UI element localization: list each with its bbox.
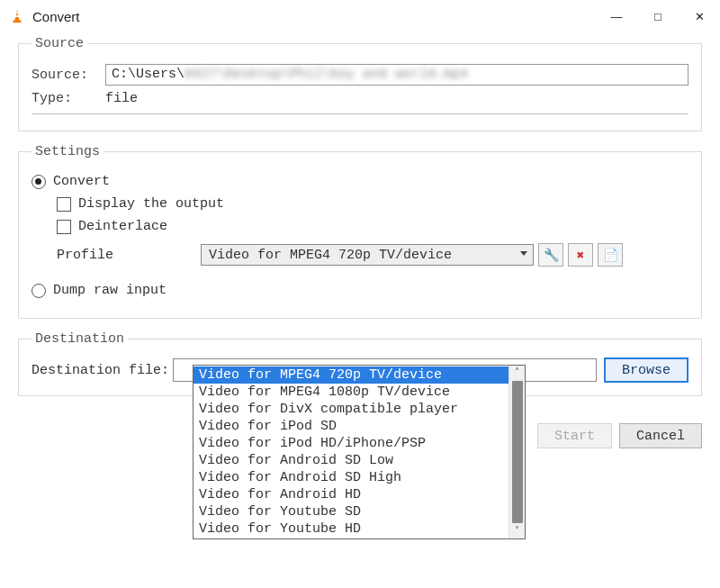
chevron-down-icon: [520, 251, 527, 256]
minimize-button[interactable]: —: [596, 3, 637, 30]
browse-button[interactable]: Browse: [604, 357, 688, 383]
scrollbar[interactable]: ˄ ˅: [508, 366, 525, 538]
settings-legend: Settings: [32, 144, 104, 159]
profile-option[interactable]: Video for iPod HD/iPhone/PSP: [194, 435, 508, 452]
profile-label: Profile: [57, 248, 201, 263]
profile-selected-text: Video for MPEG4 720p TV/device: [209, 248, 452, 263]
profile-option[interactable]: Video for Android HD: [194, 486, 508, 503]
profile-option[interactable]: Video for DivX compatible player: [194, 401, 508, 418]
destination-file-label: Destination file:: [32, 363, 169, 378]
close-button[interactable]: ✕: [679, 3, 720, 30]
display-output-checkbox[interactable]: [57, 197, 71, 212]
convert-label: Convert: [53, 174, 110, 189]
deinterlace-label: Deinterlace: [78, 219, 167, 234]
type-label: Type:: [32, 91, 105, 106]
display-output-row[interactable]: Display the output: [57, 196, 688, 212]
divider: [32, 113, 688, 114]
source-group: Source Source: C:\Users\0427\Desktop\Phi…: [18, 36, 702, 131]
profile-option[interactable]: Video for MPEG4 1080p TV/device: [194, 384, 508, 401]
delete-icon: ✖: [577, 248, 584, 263]
edit-profile-button[interactable]: 🔧: [538, 243, 563, 267]
delete-profile-button[interactable]: ✖: [568, 243, 593, 267]
wrench-icon: 🔧: [544, 248, 559, 263]
svg-rect-3: [14, 21, 22, 23]
dump-raw-row[interactable]: Dump raw input: [32, 283, 688, 298]
profile-option[interactable]: Video for Android SD Low: [194, 452, 508, 469]
display-output-label: Display the output: [78, 196, 224, 212]
convert-radio[interactable]: [32, 175, 46, 189]
vlc-icon: [9, 8, 25, 24]
scroll-up-icon[interactable]: ˄: [515, 366, 519, 380]
profile-option[interactable]: Video for Android SD High: [194, 469, 508, 486]
profile-combobox[interactable]: Video for MPEG4 720p TV/device: [201, 244, 534, 266]
profile-option[interactable]: Video for Youtube SD: [194, 503, 508, 520]
profile-option[interactable]: Video for MPEG4 720p TV/device: [194, 366, 508, 384]
destination-legend: Destination: [32, 331, 128, 347]
window-title: Convert: [32, 9, 596, 24]
new-profile-icon: 📄: [603, 248, 618, 263]
svg-rect-1: [15, 13, 18, 14]
scroll-down-icon[interactable]: ˅: [515, 524, 519, 538]
dump-raw-radio[interactable]: [32, 284, 46, 298]
titlebar: Convert — □ ✕: [0, 0, 720, 32]
start-button[interactable]: Start: [537, 423, 612, 448]
profile-option[interactable]: Video for iPod SD: [194, 418, 508, 435]
source-path-blurred: 0427\Desktop\Phil\boy and world.mp4: [184, 67, 468, 82]
type-value: file: [105, 91, 138, 106]
deinterlace-row[interactable]: Deinterlace: [57, 219, 688, 234]
source-input[interactable]: C:\Users\0427\Desktop\Phil\boy and world…: [105, 64, 688, 86]
scroll-thumb[interactable]: [512, 381, 523, 523]
settings-group: Settings Convert Display the output Dein…: [18, 144, 702, 319]
svg-rect-2: [15, 15, 20, 17]
cancel-button[interactable]: Cancel: [619, 423, 702, 448]
convert-radio-row[interactable]: Convert: [32, 174, 688, 189]
maximize-button[interactable]: □: [637, 3, 679, 30]
dump-raw-label: Dump raw input: [53, 283, 166, 298]
new-profile-button[interactable]: 📄: [598, 243, 623, 267]
profile-dropdown: Video for MPEG4 720p TV/deviceVideo for …: [193, 365, 526, 539]
source-legend: Source: [32, 36, 87, 51]
deinterlace-checkbox[interactable]: [57, 220, 71, 234]
source-label: Source:: [32, 68, 105, 83]
profile-option[interactable]: Video for Youtube HD: [194, 520, 508, 538]
